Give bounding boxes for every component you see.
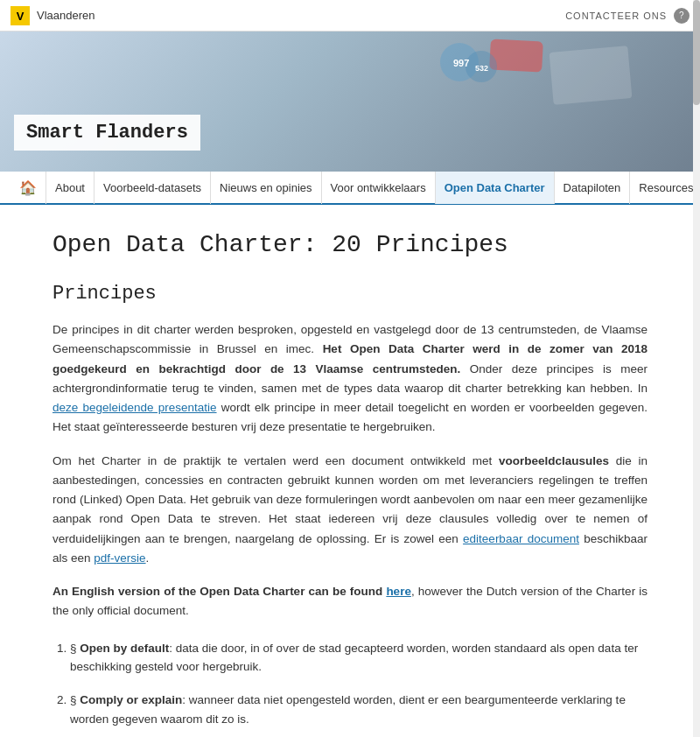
hero-title: Smart Flanders [14, 115, 200, 151]
svg-text:997: 997 [453, 58, 469, 68]
nav-datapiloten[interactable]: Datapiloten [555, 171, 631, 204]
svg-text:V: V [17, 10, 24, 23]
paragraph-1: De principes in dit charter werden bespr… [52, 320, 648, 438]
brand-label: Vlaanderen [37, 9, 95, 22]
principles-list: § Open by default: data die door, in of … [52, 639, 648, 737]
main-content: Open Data Charter: 20 Principes Principe… [0, 205, 700, 737]
nav-datasets[interactable]: Voorbeeld-datasets [94, 171, 211, 204]
nav-ontwikkelaars[interactable]: Voor ontwikkelaars [322, 171, 436, 204]
nav-resources[interactable]: Resources [630, 171, 700, 204]
paragraph-2: Om het Charter in de praktijk te vertale… [52, 452, 648, 569]
paragraph-3-bold: An English version of the Open Data Char… [52, 585, 386, 598]
nav-charter[interactable]: Open Data Charter [436, 171, 555, 204]
paragraph-3: An English version of the Open Data Char… [52, 582, 648, 621]
section-title: Principes [52, 283, 648, 305]
editeerbaar-link[interactable]: editeerbaar document [463, 532, 579, 545]
item-2-symbol: § [70, 693, 80, 706]
list-item-1: § Open by default: data die door, in of … [70, 639, 648, 677]
contact-icon: ? [674, 8, 690, 24]
scrollbar-thumb[interactable] [693, 0, 700, 105]
topbar-brand: V Vlaanderen [10, 6, 95, 25]
topbar: V Vlaanderen CONTACTEER ONS ? [0, 0, 700, 32]
begeleidende-link[interactable]: deze begeleidende presentatie [52, 401, 217, 414]
main-nav: 🏠 About Voorbeeld-datasets Nieuws en opi… [0, 172, 700, 205]
nav-about[interactable]: About [46, 171, 94, 204]
paragraph-2-bold: voorbeeldclausules [499, 454, 609, 467]
scrollbar[interactable] [693, 0, 700, 737]
english-here-link[interactable]: here [386, 585, 411, 598]
paragraph-2-start: Om het Charter in de praktijk te vertale… [52, 454, 499, 467]
svg-text:532: 532 [475, 64, 488, 73]
vlaanderen-logo: V [10, 6, 30, 25]
hero-decoration-circles: 997 532 [438, 40, 508, 102]
contact-label[interactable]: CONTACTEER ONS [565, 11, 667, 21]
page-title: Open Data Charter: 20 Principes [52, 231, 648, 258]
paragraph-2-end: . [146, 551, 150, 565]
item-1-title: Open by default [80, 642, 169, 655]
nav-nieuws[interactable]: Nieuws en opinies [211, 171, 322, 204]
pdf-link[interactable]: pdf-versie [94, 551, 145, 565]
item-2-title: Comply or explain [80, 693, 182, 706]
hero-banner: 997 532 Smart Flanders [0, 32, 700, 172]
list-item-2: § Comply or explain: wanneer data niet o… [70, 691, 648, 728]
hero-decoration-tablet [550, 46, 633, 105]
topbar-right: CONTACTEER ONS ? [565, 8, 690, 24]
item-1-symbol: § [70, 642, 80, 655]
nav-home[interactable]: 🏠 [10, 171, 46, 204]
